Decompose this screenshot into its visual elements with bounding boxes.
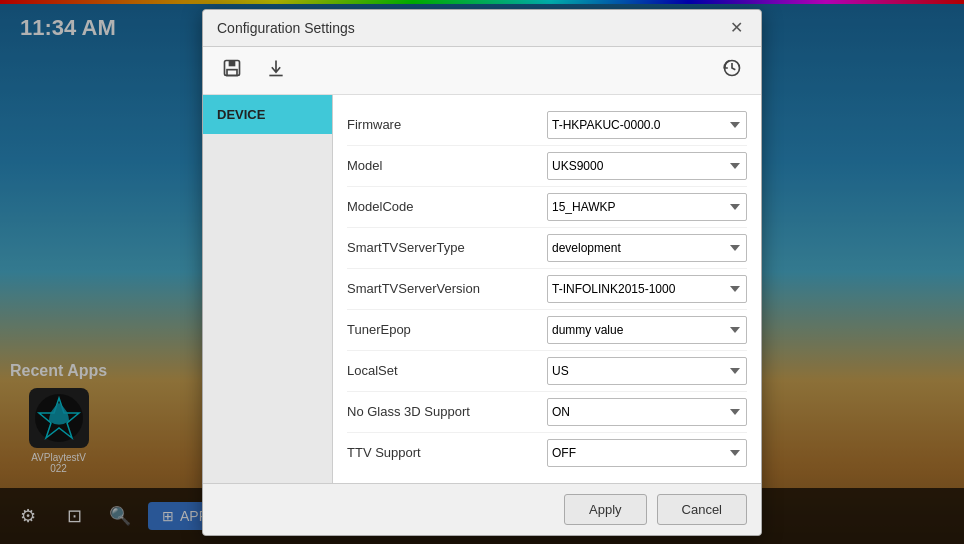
close-button[interactable]: ✕	[726, 20, 747, 36]
field-select-5[interactable]: dummy value	[547, 316, 747, 344]
svg-rect-2	[229, 60, 236, 66]
form-row: ModelCode15_HAWKP	[347, 187, 747, 228]
field-select-8[interactable]: ONOFF	[547, 439, 747, 467]
field-label-4: SmartTVServerVersion	[347, 281, 547, 296]
apply-button[interactable]: Apply	[564, 494, 647, 525]
field-label-6: LocalSet	[347, 363, 547, 378]
field-label-3: SmartTVServerType	[347, 240, 547, 255]
form-row: SmartTVServerVersionT-INFOLINK2015-1000	[347, 269, 747, 310]
dialog-title: Configuration Settings	[217, 20, 355, 36]
modal-overlay: Configuration Settings ✕	[0, 0, 964, 544]
field-select-4[interactable]: T-INFOLINK2015-1000	[547, 275, 747, 303]
field-select-1[interactable]: UKS9000	[547, 152, 747, 180]
form-row: FirmwareT-HKPAKUC-0000.0	[347, 105, 747, 146]
form-row: ModelUKS9000	[347, 146, 747, 187]
toolbar-left	[213, 53, 295, 88]
field-label-0: Firmware	[347, 117, 547, 132]
download-button[interactable]	[257, 53, 295, 88]
field-select-7[interactable]: ONOFF	[547, 398, 747, 426]
field-label-7: No Glass 3D Support	[347, 404, 547, 419]
dialog-body: DEVICE FirmwareT-HKPAKUC-0000.0ModelUKS9…	[203, 95, 761, 483]
field-label-5: TunerEpop	[347, 322, 547, 337]
field-select-6[interactable]: US	[547, 357, 747, 385]
dialog-sidebar: DEVICE	[203, 95, 333, 483]
form-row: TTV SupportONOFF	[347, 433, 747, 473]
form-row: SmartTVServerTypedevelopment	[347, 228, 747, 269]
save-button[interactable]	[213, 53, 251, 88]
desktop: 11:34 AM Recent Apps AVPlaytestV022 ⚙ ⊡ …	[0, 0, 964, 544]
dialog-toolbar	[203, 47, 761, 95]
field-select-2[interactable]: 15_HAWKP	[547, 193, 747, 221]
sidebar-item-device[interactable]: DEVICE	[203, 95, 332, 134]
dialog-header: Configuration Settings ✕	[203, 10, 761, 47]
field-select-0[interactable]: T-HKPAKUC-0000.0	[547, 111, 747, 139]
field-label-8: TTV Support	[347, 445, 547, 460]
form-row: LocalSetUS	[347, 351, 747, 392]
dialog-content: FirmwareT-HKPAKUC-0000.0ModelUKS9000Mode…	[333, 95, 761, 483]
field-label-2: ModelCode	[347, 199, 547, 214]
field-select-3[interactable]: development	[547, 234, 747, 262]
form-row: TunerEpopdummy value	[347, 310, 747, 351]
cancel-button[interactable]: Cancel	[657, 494, 747, 525]
svg-rect-3	[227, 69, 237, 75]
history-button[interactable]	[713, 53, 751, 88]
configuration-dialog: Configuration Settings ✕	[202, 9, 762, 536]
dialog-footer: Apply Cancel	[203, 483, 761, 535]
field-label-1: Model	[347, 158, 547, 173]
form-row: No Glass 3D SupportONOFF	[347, 392, 747, 433]
